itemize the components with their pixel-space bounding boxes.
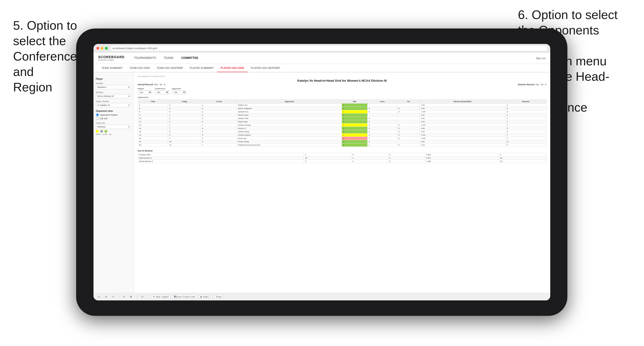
chevron-down-icon: ▾ — [128, 126, 130, 128]
table-cell: 3 — [201, 110, 237, 114]
ood-table-cell: NCAA Division 2 — [138, 160, 304, 163]
share-label: Share — [216, 296, 222, 298]
overall-record-value: 353 - 34 - 6 — [154, 83, 165, 86]
subnav-player-summary[interactable]: PLAYER SUMMARY — [186, 64, 217, 72]
table-cell: 5 — [138, 107, 168, 110]
subnav-team-summary[interactable]: TEAM SUMMARY — [98, 64, 126, 72]
table-cell: 1 — [342, 110, 368, 114]
toolbar-sep3 — [148, 295, 148, 299]
gender-label: Gender — [96, 82, 131, 85]
legend-down-label: Down — [96, 133, 101, 135]
opponent-view-radio-group: Opponents Played Top 100 — [96, 113, 131, 120]
table-cell: 1 — [342, 120, 368, 124]
ood-table: Foreign Team1004.5002NAIA Division 11500… — [138, 153, 546, 163]
division-value: NCAA Division III — [98, 95, 114, 97]
table-cell: 0 — [397, 137, 420, 140]
division-record-label: Division Record: — [518, 83, 535, 86]
nav-tournaments[interactable]: TOURNAMENTS — [130, 52, 160, 64]
ann-left-line2: select the — [13, 34, 66, 48]
subnav-player-h2h-grid[interactable]: PLAYER H2H GRID — [217, 64, 248, 72]
th-reg: # Reg — [168, 100, 201, 104]
radio-opponents-played-input[interactable] — [96, 113, 99, 116]
redo-button[interactable]: ↪ — [110, 295, 116, 299]
bottom-toolbar: ↩ ⟲ ↪ ⎘ ⌘ ⏱ 👁 View: Original 💾 Save Cust… — [94, 293, 550, 300]
table-cell: 3 — [505, 107, 546, 110]
tablet-device: scoreboard.clippd.com/player-h2h-grid SC… — [76, 28, 568, 316]
subnav-team-h2h-grid[interactable]: TEAM H2H GRID — [126, 64, 153, 72]
ood-table-row: NAIA Division 115009.26730 — [138, 157, 546, 160]
toolbar-sep1 — [119, 295, 119, 299]
table-cell: 2 — [505, 137, 546, 140]
h2h-table: # Div # Reg # Conf Opponent Win Loss Tie… — [138, 100, 546, 147]
legend-level-label: Level — [102, 133, 107, 135]
view-original-button[interactable]: 👁 View: Original — [151, 295, 170, 299]
watch-button[interactable]: ▶ Watch — [199, 295, 210, 299]
conference-filter-select[interactable]: (All) — [155, 90, 169, 94]
table-cell: Sharon Mun — [237, 114, 342, 117]
ood-title: Out of division — [138, 150, 546, 152]
close-dot[interactable] — [96, 47, 99, 50]
share-icon: ⤴ — [214, 296, 215, 298]
table-cell: 3 — [201, 117, 237, 120]
colour-legend — [96, 130, 131, 133]
ood-table-cell: 0 — [351, 157, 388, 160]
radio-top100[interactable]: Top 100 — [96, 117, 131, 120]
table-cell: 10 — [168, 140, 201, 144]
radio-opponents-played-label: Opponents Played — [100, 114, 118, 116]
radio-top100-label: Top 100 — [100, 117, 108, 120]
url-bar[interactable]: scoreboard.clippd.com/player-h2h-grid — [110, 46, 548, 51]
table-cell: 2 — [368, 127, 397, 130]
subnav-player-h2h-heatmap[interactable]: PLAYER H2H HEATMAP — [248, 64, 283, 72]
clock-button[interactable]: ⏱ — [140, 295, 145, 299]
top-nav: SCOREBOARD Powered by clippd TOURNAMENTS… — [94, 52, 550, 64]
table-row: 633Sydney Kuo100-1.003 — [138, 110, 546, 114]
out-of-division-section: Out of division Foreign Team1004.5002NAI… — [138, 150, 546, 163]
nav-teams[interactable]: TEAMS — [160, 52, 177, 64]
region-filter-select[interactable]: (All) — [138, 90, 152, 94]
subnav-team-h2h-heatmap[interactable]: TEAM H2H HEATMAP — [153, 64, 186, 72]
undo2-button[interactable]: ⟲ — [104, 295, 109, 299]
share-button[interactable]: ⤴ Share — [212, 295, 224, 299]
table-cell: 4.00 — [420, 117, 505, 120]
division-record-value: 331 - 34 - 6 — [535, 83, 546, 86]
table-cell — [397, 114, 420, 117]
table-cell: 1 — [342, 130, 368, 134]
main-area: Player Gender Women's ▾ Division NCAA Di… — [94, 72, 550, 293]
copy-button[interactable]: ⎘ — [122, 295, 126, 299]
table-cell: 13 — [138, 124, 168, 127]
table-cell: 4 — [505, 117, 546, 120]
table-cell: 0 — [397, 144, 420, 147]
opponent-filter-group: Opponent (All) — [172, 88, 186, 94]
table-cell: -0.94 — [420, 134, 505, 137]
table-cell: Alexis Sudjianto — [237, 107, 342, 110]
radio-opponents-played[interactable]: Opponents Played — [96, 113, 131, 116]
sign-out-link[interactable]: Sign out — [536, 57, 545, 60]
table-cell: 1 — [168, 124, 201, 127]
logo-subtitle: Powered by clippd — [98, 59, 125, 61]
undo-button[interactable]: ↩ — [96, 295, 102, 299]
division-select[interactable]: NCAA Division III ▾ — [96, 94, 131, 98]
ood-table-row: NCAA Division 25007.40010 — [138, 160, 546, 163]
nav-committee[interactable]: COMMITTEE — [177, 52, 202, 64]
table-row: 1125Heejo Hyun103.333 — [138, 120, 546, 124]
maximize-dot[interactable] — [105, 47, 108, 50]
minimize-dot[interactable] — [101, 47, 104, 50]
save-custom-button[interactable]: 💾 Save Custom View — [172, 295, 197, 299]
table-cell: Emily Chang — [237, 140, 342, 144]
sidebar-player-label: Player — [96, 78, 131, 80]
ood-table-cell: 0 — [388, 153, 425, 157]
radio-top100-input[interactable] — [96, 117, 99, 120]
opponent-filter-select[interactable]: (All) — [172, 90, 186, 94]
player-rank-select[interactable]: 8. Katelyn Vo ▾ — [96, 103, 131, 107]
table-cell: 3.67 — [420, 114, 505, 117]
colour-by-select[interactable]: Win/loss ▾ — [96, 125, 131, 129]
legend-up-dot — [104, 130, 107, 133]
gender-select[interactable]: Women's ▾ — [96, 85, 131, 89]
legend-up-label: Up — [109, 133, 111, 135]
table-cell: -5.00 — [420, 137, 505, 140]
table-cell: 11 — [168, 144, 201, 147]
paste-button[interactable]: ⌘ — [128, 295, 134, 299]
table-cell: 7 — [201, 144, 237, 147]
grid-title: Katelyn Vo Head-to-Head Grid for Women's… — [138, 79, 546, 82]
table-row: 1311Jessica Huang100-3.002 — [138, 124, 546, 127]
